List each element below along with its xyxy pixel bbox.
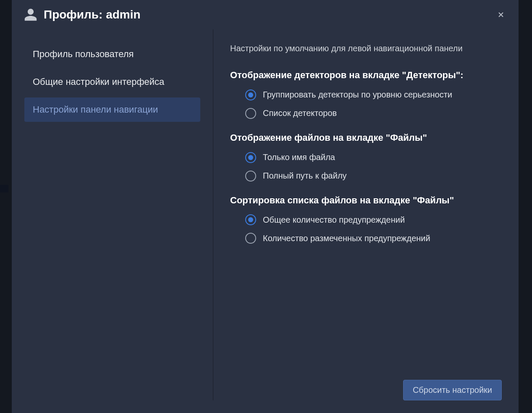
content-footer: Сбросить настройки	[230, 371, 502, 400]
profile-modal: Профиль: admin Профиль пользователя Общи…	[12, 0, 519, 413]
nav-item-label: Настройки панели навигации	[33, 104, 158, 115]
section-files-sort: Сортировка списка файлов на вкладке "Фай…	[230, 194, 502, 244]
radio-option-filename-only[interactable]: Только имя файла	[245, 152, 502, 163]
nav-item-interface-settings[interactable]: Общие настройки интерфейса	[24, 70, 200, 94]
radio-label: Количество размеченных предупреждений	[263, 234, 430, 243]
close-button[interactable]	[496, 10, 506, 20]
radio-indicator	[245, 171, 256, 182]
radio-group-detectors: Группировать детекторы по уровню серьезн…	[230, 89, 502, 119]
section-detectors-display: Отображение детекторов на вкладке "Детек…	[230, 69, 502, 119]
radio-option-group-by-severity[interactable]: Группировать детекторы по уровню серьезн…	[245, 89, 502, 100]
nav-item-user-profile[interactable]: Профиль пользователя	[24, 42, 200, 66]
content-description: Настройки по умолчанию для левой навигац…	[230, 42, 502, 55]
radio-label: Общее количество предупреждений	[263, 215, 405, 225]
section-title: Отображение детекторов на вкладке "Детек…	[230, 69, 502, 82]
radio-label: Список детекторов	[263, 108, 337, 118]
nav-item-label: Профиль пользователя	[33, 49, 134, 59]
radio-group-files-sort: Общее количество предупреждений Количест…	[230, 214, 502, 244]
modal-title: Профиль: admin	[44, 8, 490, 21]
section-title: Отображение файлов на вкладке "Файлы"	[230, 132, 502, 145]
radio-option-detector-list[interactable]: Список детекторов	[245, 108, 502, 119]
radio-option-full-path[interactable]: Полный путь к файлу	[245, 171, 502, 182]
radio-label: Только имя файла	[263, 153, 335, 162]
section-files-display: Отображение файлов на вкладке "Файлы" То…	[230, 132, 502, 182]
reset-settings-button[interactable]: Сбросить настройки	[403, 380, 502, 400]
profile-icon	[24, 8, 38, 22]
radio-option-marked-warnings[interactable]: Количество размеченных предупреждений	[245, 233, 502, 244]
radio-indicator	[245, 89, 256, 100]
radio-indicator	[245, 233, 256, 244]
nav-item-navigation-panel-settings[interactable]: Настройки панели навигации	[24, 97, 200, 122]
settings-content: Настройки по умолчанию для левой навигац…	[213, 29, 519, 400]
radio-group-files-display: Только имя файла Полный путь к файлу	[230, 152, 502, 182]
radio-option-total-warnings[interactable]: Общее количество предупреждений	[245, 214, 502, 225]
section-title: Сортировка списка файлов на вкладке "Фай…	[230, 194, 502, 207]
radio-indicator	[245, 214, 256, 225]
radio-indicator	[245, 152, 256, 163]
radio-indicator	[245, 108, 256, 119]
radio-label: Полный путь к файлу	[263, 171, 347, 181]
nav-item-label: Общие настройки интерфейса	[33, 76, 164, 87]
radio-label: Группировать детекторы по уровню серьезн…	[263, 90, 452, 100]
settings-sidebar: Профиль пользователя Общие настройки инт…	[12, 29, 213, 400]
modal-header: Профиль: admin	[12, 0, 519, 29]
modal-body: Профиль пользователя Общие настройки инт…	[12, 29, 519, 413]
